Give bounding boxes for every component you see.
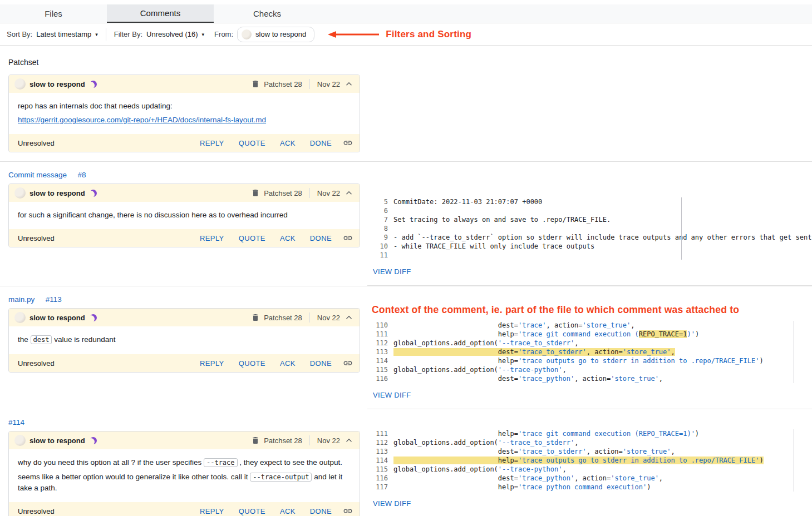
link-icon[interactable] bbox=[343, 233, 353, 243]
collapse-icon[interactable] bbox=[344, 312, 354, 322]
tab-comments[interactable]: Comments bbox=[107, 4, 214, 23]
code-lines: 110 dest='trace', action='store_true',11… bbox=[367, 321, 812, 383]
date-label: Nov 22 bbox=[317, 80, 340, 88]
line-number: 113 bbox=[367, 447, 388, 456]
collapse-icon[interactable] bbox=[344, 79, 354, 89]
link-icon[interactable] bbox=[343, 138, 353, 148]
done-button[interactable]: DONE bbox=[310, 507, 332, 515]
comment-author: slow to respond bbox=[29, 436, 85, 445]
code-line: 112global_options.add_option('--trace_to… bbox=[367, 339, 812, 348]
comment-header[interactable]: slow to respond Patchset 28 Nov 22 bbox=[9, 184, 360, 202]
quote-button[interactable]: QUOTE bbox=[239, 507, 265, 515]
code-text: Set tracing to always on and save to .re… bbox=[388, 215, 611, 224]
tab-checks[interactable]: Checks bbox=[214, 4, 321, 23]
avatar bbox=[242, 29, 252, 39]
code-text: dest='trace_python', action='store_true'… bbox=[388, 374, 663, 383]
ack-button[interactable]: ACK bbox=[280, 507, 296, 515]
collapse-icon[interactable] bbox=[344, 435, 354, 445]
code-text: dest='trace_to_stderr', action='store_tr… bbox=[388, 447, 675, 456]
divider bbox=[309, 312, 310, 322]
delete-icon[interactable] bbox=[251, 436, 260, 445]
collapse-icon[interactable] bbox=[344, 188, 354, 198]
code-lines: 5CommitDate: 2022-11-03 21:07:07 +000067… bbox=[367, 197, 812, 260]
tab-files[interactable]: Files bbox=[0, 4, 107, 23]
done-button[interactable]: DONE bbox=[310, 139, 332, 147]
code-text: dest='trace', action='store_true', bbox=[388, 321, 635, 330]
code-line: 11 bbox=[367, 251, 812, 260]
file-link-main-py[interactable]: main.py bbox=[8, 295, 35, 304]
code-text: help='trace git command execution (REPO_… bbox=[388, 330, 699, 339]
ack-button[interactable]: ACK bbox=[280, 139, 296, 147]
line-number: 110 bbox=[367, 321, 388, 330]
from-user-name: slow to respond bbox=[255, 30, 306, 38]
reply-button[interactable]: REPLY bbox=[200, 359, 224, 368]
ack-button[interactable]: ACK bbox=[280, 234, 296, 242]
code-line: 111 help='trace git command execution (R… bbox=[367, 429, 812, 438]
sort-by-label: Sort By: bbox=[7, 30, 32, 38]
delete-icon[interactable] bbox=[251, 188, 260, 197]
inline-code: dest bbox=[31, 335, 52, 344]
patchset-label: Patchset 28 bbox=[264, 314, 302, 322]
code-context: 111 help='trace git command execution (R… bbox=[367, 429, 812, 508]
sort-by-dropdown[interactable]: Latest timestamp ▾ bbox=[36, 30, 98, 38]
date-label: Nov 22 bbox=[317, 314, 340, 322]
filter-bar: Sort By: Latest timestamp ▾ Filter By: U… bbox=[0, 23, 812, 46]
line-number: 5 bbox=[367, 197, 388, 206]
code-text: help='trace outputs go to stderr in addi… bbox=[388, 356, 764, 365]
comment-text: repo has an internals doc that needs upd… bbox=[18, 101, 351, 111]
doc-link[interactable]: https://gerrit.googlesource.com/git-repo… bbox=[18, 115, 266, 125]
comment-text: seems like a better option would to gene… bbox=[18, 472, 351, 493]
done-button[interactable]: DONE bbox=[310, 359, 332, 368]
line-113-link[interactable]: #113 bbox=[46, 295, 62, 304]
comment-text-part: why do you need this option at all ? if … bbox=[18, 458, 204, 467]
quote-button[interactable]: QUOTE bbox=[239, 234, 265, 242]
quote-button[interactable]: QUOTE bbox=[239, 139, 265, 147]
line-8-link[interactable]: #8 bbox=[77, 171, 86, 179]
from-label: From: bbox=[214, 30, 233, 38]
line-number: 111 bbox=[367, 429, 388, 438]
done-button[interactable]: DONE bbox=[310, 234, 332, 242]
date-label: Nov 22 bbox=[317, 436, 340, 445]
code-line: 115global_options.add_option('--trace-py… bbox=[367, 365, 812, 374]
delete-icon[interactable] bbox=[251, 80, 260, 88]
code-line: 8 bbox=[367, 224, 812, 233]
line-number: 113 bbox=[367, 348, 388, 356]
patchset-section-label: Patchset bbox=[8, 58, 812, 67]
link-icon[interactable] bbox=[343, 506, 353, 516]
from-user-chip[interactable]: slow to respond bbox=[237, 27, 314, 42]
ack-button[interactable]: ACK bbox=[280, 359, 296, 368]
moon-icon bbox=[90, 314, 97, 321]
reply-button[interactable]: REPLY bbox=[200, 507, 224, 515]
reply-button[interactable]: REPLY bbox=[200, 234, 224, 242]
delete-icon[interactable] bbox=[251, 313, 260, 322]
view-diff-button[interactable]: VIEW DIFF bbox=[373, 267, 411, 276]
code-text: global_options.add_option('--trace_to_st… bbox=[388, 339, 578, 348]
reply-button[interactable]: REPLY bbox=[200, 139, 224, 147]
patchset-label: Patchset 28 bbox=[264, 436, 302, 445]
commit-message-link[interactable]: Commit message bbox=[8, 171, 67, 179]
comment-header[interactable]: slow to respond Patchset 28 Nov 22 bbox=[9, 75, 360, 93]
moon-icon bbox=[90, 190, 97, 197]
left-column: #114 slow to respond Patchset 28 Nov 22 bbox=[0, 409, 360, 516]
comment-header[interactable]: slow to respond Patchset 28 Nov 22 bbox=[9, 431, 360, 449]
line-number: 6 bbox=[367, 206, 388, 215]
line-number: 115 bbox=[367, 365, 388, 374]
line-number: 112 bbox=[367, 339, 388, 348]
view-diff-button[interactable]: VIEW DIFF bbox=[373, 391, 411, 399]
comment-body: the dest value is redundant bbox=[9, 326, 360, 354]
divider bbox=[309, 435, 310, 445]
comment-header[interactable]: slow to respond Patchset 28 Nov 22 bbox=[9, 309, 360, 326]
sort-by-value: Latest timestamp bbox=[36, 30, 91, 38]
code-text: help='trace git command execution (REPO_… bbox=[388, 429, 699, 438]
comment-footer: Unresolved REPLY QUOTE ACK DONE bbox=[9, 354, 360, 372]
link-icon[interactable] bbox=[343, 358, 353, 368]
filter-by-dropdown[interactable]: Unresolved (16) ▾ bbox=[146, 30, 204, 38]
line-114-link[interactable]: #114 bbox=[8, 418, 24, 426]
view-diff-button[interactable]: VIEW DIFF bbox=[373, 499, 411, 508]
quote-button[interactable]: QUOTE bbox=[239, 359, 265, 368]
comment-card: slow to respond Patchset 28 Nov 22 bbox=[8, 431, 360, 516]
code-line: 111 help='trace git command execution (R… bbox=[367, 330, 812, 339]
status-badge: Unresolved bbox=[18, 234, 55, 242]
tab-bar: Files Comments Checks bbox=[0, 4, 812, 23]
inline-code: --trace-output bbox=[250, 473, 312, 482]
